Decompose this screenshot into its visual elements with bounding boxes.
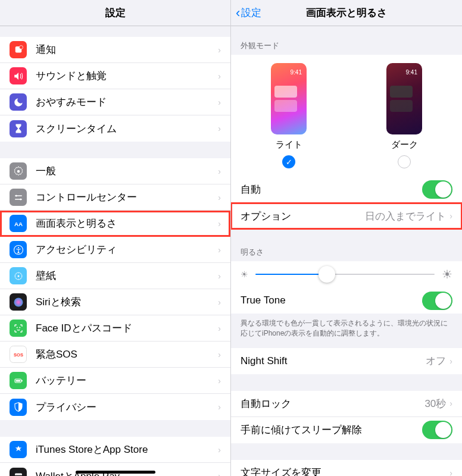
chevron-right-icon: › [218,98,221,107]
options-row[interactable]: オプション 日の入までライト › [231,203,462,229]
appearance-selector: 9:41 ライト ✓ 9:41 ダーク [231,55,462,177]
setting-row-sound[interactable]: サウンドと触覚› [0,63,230,89]
appstore-icon [10,441,27,458]
chevron-right-icon: › [218,167,221,176]
chevron-right-icon: › [218,402,221,412]
setting-row-aa[interactable]: AA画面表示と明るさ› [0,211,230,237]
svg-point-13 [17,327,17,328]
wallpaper-icon [10,267,27,284]
aa-icon: AA [10,215,27,232]
detail-content[interactable]: 外観モード 9:41 ライト ✓ 9:41 ダーク [231,26,462,476]
raise-row[interactable]: 手前に傾けてスリープ解除 [231,417,462,443]
setting-row-sos[interactable]: SOS緊急SOS› [0,342,230,368]
back-label: 設定 [241,6,261,20]
setting-row-faceid[interactable]: Face IDとパスコード› [0,315,230,342]
row-label: Siriと検索 [36,295,218,309]
display-brightness-pane: ‹ 設定 画面表示と明るさ 外観モード 9:41 ライト ✓ 9:41 [231,0,462,476]
control-icon [10,189,27,206]
svg-text:SOS: SOS [14,352,23,358]
svg-point-2 [17,170,20,173]
siri-icon [10,293,27,311]
auto-row[interactable]: 自動 [231,177,462,203]
setting-row-control[interactable]: コントロールセンター› [0,184,230,211]
chevron-right-icon: › [218,324,221,333]
back-button[interactable]: ‹ 設定 [236,5,261,21]
chevron-left-icon: ‹ [236,5,240,21]
row-label: 一般 [36,164,218,178]
row-label: バッテリー [36,374,218,387]
page-title: 画面表示と明るさ [306,6,387,20]
appearance-header: 外観モード [231,37,462,55]
appearance-light[interactable]: 9:41 ライト ✓ [253,63,324,168]
textsize-row[interactable]: 文字サイズを変更 › [231,460,462,476]
chevron-right-icon: › [218,298,221,307]
row-label: 壁紙 [36,269,218,283]
setting-row-wallet[interactable]: WalletとApple Pay› [0,463,230,476]
notify-icon [10,41,27,58]
setting-row-appstore[interactable]: iTunes StoreとApp Store› [0,437,230,463]
wallet-icon [10,468,27,477]
faceid-icon [10,320,27,337]
preview-time: 9:41 [291,69,302,76]
setting-row-wallpaper[interactable]: 壁紙› [0,263,230,289]
access-icon [10,241,27,258]
row-label: アクセシビリティ [36,243,218,256]
setting-row-access[interactable]: アクセシビリティ› [0,237,230,263]
setting-row-siri[interactable]: Siriと検索› [0,289,230,315]
truetone-row[interactable]: True Tone [231,287,462,314]
home-indicator[interactable] [76,471,155,474]
dark-label: ダーク [391,139,418,151]
svg-point-12 [14,298,23,306]
auto-label: 自動 [241,183,422,196]
setting-row-moon[interactable]: おやすみモード› [0,89,230,115]
autolock-row[interactable]: 自動ロック 30秒 › [231,391,462,417]
setting-row-battery[interactable]: バッテリー› [0,368,230,394]
chevron-right-icon: › [218,71,221,81]
nightshift-value: オフ [426,354,446,368]
row-label: 緊急SOS [36,347,218,361]
truetone-desc: 異なる環境でも色が一貫して表示されるように、環境光の状況に応じてiPhoneの表… [231,314,462,343]
row-label: 通知 [36,43,218,57]
svg-point-11 [17,275,19,277]
gear-icon [10,162,27,180]
nightshift-row[interactable]: Night Shift オフ › [231,348,462,374]
brightness-header: 明るさ [231,243,462,261]
chevron-right-icon: › [218,271,221,281]
chevron-right-icon: › [218,245,221,255]
setting-row-notify[interactable]: 通知› [0,37,230,63]
brightness-slider[interactable] [255,274,435,275]
row-label: iTunes StoreとApp Store [36,443,218,456]
brightness-row: ☀ ☀ [231,261,462,287]
light-preview: 9:41 [271,63,307,134]
appearance-dark[interactable]: 9:41 ダーク [369,63,440,168]
chevron-right-icon: › [218,350,221,359]
setting-row-hourglass[interactable]: スクリーンタイム› [0,115,230,142]
light-label: ライト [276,139,302,151]
setting-row-gear[interactable]: 一般› [0,158,230,184]
truetone-toggle[interactable] [422,292,452,310]
right-header: ‹ 設定 画面表示と明るさ [231,0,462,26]
setting-row-privacy[interactable]: プライバシー› [0,394,230,420]
sun-low-icon: ☀ [241,270,248,279]
row-label: 画面表示と明るさ [36,217,218,230]
sos-icon: SOS [10,346,27,363]
row-label: スクリーンタイム [36,122,218,136]
row-label: Face IDとパスコード [36,321,218,335]
chevron-right-icon: › [449,211,452,221]
autolock-value: 30秒 [424,397,446,411]
chevron-right-icon: › [218,219,221,228]
svg-point-1 [19,45,23,49]
row-label: プライバシー [36,400,218,414]
light-radio[interactable]: ✓ [282,155,295,168]
sun-high-icon: ☀ [442,267,452,281]
row-label: サウンドと触覚 [36,69,218,83]
battery-icon [10,372,27,389]
svg-rect-4 [15,195,22,196]
dark-radio[interactable] [398,155,411,168]
auto-toggle[interactable] [422,180,452,199]
settings-list[interactable]: 通知›サウンドと触覚›おやすみモード›スクリーンタイム›一般›コントロールセンタ… [0,26,230,476]
raise-toggle[interactable] [422,421,452,439]
svg-point-9 [17,247,18,248]
row-label: おやすみモード [36,95,218,109]
chevron-right-icon: › [449,399,452,408]
